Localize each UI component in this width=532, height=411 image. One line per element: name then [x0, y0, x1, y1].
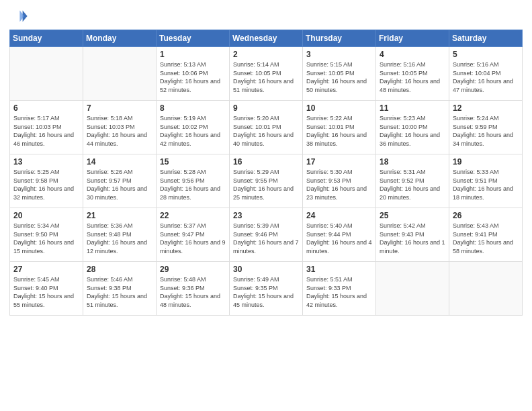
day-cell: 1Sunrise: 5:13 AMSunset: 10:06 PMDayligh…: [157, 47, 230, 101]
day-info: Sunrise: 5:23 AMSunset: 10:00 PMDaylight…: [380, 114, 445, 148]
day-number: 27: [13, 265, 79, 274]
day-cell: 14Sunrise: 5:26 AMSunset: 9:57 PMDayligh…: [83, 154, 157, 208]
logo: [9, 7, 30, 26]
day-cell: 11Sunrise: 5:23 AMSunset: 10:00 PMDaylig…: [376, 101, 449, 154]
day-number: 3: [306, 50, 372, 59]
day-number: 4: [380, 50, 445, 59]
day-info: Sunrise: 5:31 AMSunset: 9:52 PMDaylight:…: [380, 168, 445, 201]
day-number: 21: [87, 211, 152, 220]
day-info: Sunrise: 5:33 AMSunset: 9:51 PMDaylight:…: [453, 168, 519, 201]
day-info: Sunrise: 5:28 AMSunset: 9:56 PMDaylight:…: [160, 168, 226, 201]
day-cell: 4Sunrise: 5:16 AMSunset: 10:05 PMDayligh…: [376, 47, 449, 101]
day-number: 19: [453, 157, 519, 167]
weekday-header-friday: Friday: [376, 30, 449, 47]
day-number: 5: [453, 50, 519, 59]
day-info: Sunrise: 5:40 AMSunset: 9:44 PMDaylight:…: [306, 222, 372, 255]
day-number: 23: [233, 211, 299, 220]
day-cell: 8Sunrise: 5:19 AMSunset: 10:02 PMDayligh…: [157, 101, 230, 154]
day-cell: [83, 47, 157, 101]
day-cell: 13Sunrise: 5:25 AMSunset: 9:58 PMDayligh…: [10, 154, 83, 208]
week-row-4: 20Sunrise: 5:34 AMSunset: 9:50 PMDayligh…: [10, 208, 523, 262]
day-number: 15: [160, 157, 226, 167]
day-cell: 28Sunrise: 5:46 AMSunset: 9:38 PMDayligh…: [83, 262, 157, 316]
day-cell: 9Sunrise: 5:20 AMSunset: 10:01 PMDayligh…: [230, 101, 303, 154]
day-cell: 5Sunrise: 5:16 AMSunset: 10:04 PMDayligh…: [449, 47, 523, 101]
day-cell: 27Sunrise: 5:45 AMSunset: 9:40 PMDayligh…: [10, 262, 83, 316]
day-info: Sunrise: 5:17 AMSunset: 10:03 PMDaylight…: [13, 114, 79, 148]
week-row-3: 13Sunrise: 5:25 AMSunset: 9:58 PMDayligh…: [10, 154, 523, 208]
day-number: 20: [13, 211, 79, 220]
day-number: 17: [306, 157, 372, 167]
weekday-header-row: SundayMondayTuesdayWednesdayThursdayFrid…: [10, 30, 523, 47]
day-cell: 17Sunrise: 5:30 AMSunset: 9:53 PMDayligh…: [303, 154, 376, 208]
day-info: Sunrise: 5:48 AMSunset: 9:36 PMDaylight:…: [160, 275, 226, 309]
day-info: Sunrise: 5:19 AMSunset: 10:02 PMDaylight…: [160, 114, 226, 148]
page: SundayMondayTuesdayWednesdayThursdayFrid…: [0, 0, 532, 411]
day-cell: 29Sunrise: 5:48 AMSunset: 9:36 PMDayligh…: [157, 262, 230, 316]
day-number: 26: [453, 211, 519, 220]
day-info: Sunrise: 5:18 AMSunset: 10:03 PMDaylight…: [87, 114, 152, 148]
day-number: 28: [87, 265, 152, 274]
day-cell: 16Sunrise: 5:29 AMSunset: 9:55 PMDayligh…: [230, 154, 303, 208]
day-cell: 6Sunrise: 5:17 AMSunset: 10:03 PMDayligh…: [10, 101, 83, 154]
day-cell: 25Sunrise: 5:42 AMSunset: 9:43 PMDayligh…: [376, 208, 449, 262]
day-info: Sunrise: 5:37 AMSunset: 9:47 PMDaylight:…: [160, 222, 226, 255]
weekday-header-thursday: Thursday: [303, 30, 376, 47]
day-number: 9: [233, 103, 299, 113]
day-cell: 7Sunrise: 5:18 AMSunset: 10:03 PMDayligh…: [83, 101, 157, 154]
day-info: Sunrise: 5:49 AMSunset: 9:35 PMDaylight:…: [233, 275, 299, 309]
day-info: Sunrise: 5:22 AMSunset: 10:01 PMDaylight…: [306, 114, 372, 148]
day-cell: 31Sunrise: 5:51 AMSunset: 9:33 PMDayligh…: [303, 262, 376, 316]
weekday-header-saturday: Saturday: [449, 30, 523, 47]
day-number: 6: [13, 103, 79, 113]
day-info: Sunrise: 5:42 AMSunset: 9:43 PMDaylight:…: [380, 222, 445, 255]
day-number: 16: [233, 157, 299, 167]
day-cell: 3Sunrise: 5:15 AMSunset: 10:05 PMDayligh…: [303, 47, 376, 101]
day-info: Sunrise: 5:51 AMSunset: 9:33 PMDaylight:…: [306, 275, 372, 309]
day-cell: 2Sunrise: 5:14 AMSunset: 10:05 PMDayligh…: [230, 47, 303, 101]
day-number: 12: [453, 103, 519, 113]
day-number: 11: [380, 103, 445, 113]
day-cell: 12Sunrise: 5:24 AMSunset: 9:59 PMDayligh…: [449, 101, 523, 154]
day-cell: 24Sunrise: 5:40 AMSunset: 9:44 PMDayligh…: [303, 208, 376, 262]
day-cell: [10, 47, 83, 101]
day-number: 25: [380, 211, 445, 220]
day-number: 31: [306, 265, 372, 274]
day-info: Sunrise: 5:16 AMSunset: 10:04 PMDaylight…: [453, 60, 519, 94]
day-number: 7: [87, 103, 152, 113]
day-info: Sunrise: 5:46 AMSunset: 9:38 PMDaylight:…: [87, 275, 152, 309]
day-info: Sunrise: 5:16 AMSunset: 10:05 PMDaylight…: [380, 60, 445, 94]
day-info: Sunrise: 5:29 AMSunset: 9:55 PMDaylight:…: [233, 168, 299, 201]
day-number: 14: [87, 157, 152, 167]
day-info: Sunrise: 5:45 AMSunset: 9:40 PMDaylight:…: [13, 275, 79, 309]
day-number: 2: [233, 50, 299, 59]
weekday-header-monday: Monday: [83, 30, 157, 47]
day-cell: 22Sunrise: 5:37 AMSunset: 9:47 PMDayligh…: [157, 208, 230, 262]
week-row-2: 6Sunrise: 5:17 AMSunset: 10:03 PMDayligh…: [10, 101, 523, 154]
day-info: Sunrise: 5:25 AMSunset: 9:58 PMDaylight:…: [13, 168, 79, 201]
logo-icon: [9, 7, 28, 26]
day-info: Sunrise: 5:36 AMSunset: 9:48 PMDaylight:…: [87, 222, 152, 255]
day-cell: 10Sunrise: 5:22 AMSunset: 10:01 PMDaylig…: [303, 101, 376, 154]
day-info: Sunrise: 5:30 AMSunset: 9:53 PMDaylight:…: [306, 168, 372, 201]
day-info: Sunrise: 5:15 AMSunset: 10:05 PMDaylight…: [306, 60, 372, 94]
weekday-header-wednesday: Wednesday: [230, 30, 303, 47]
day-number: 22: [160, 211, 226, 220]
day-info: Sunrise: 5:14 AMSunset: 10:05 PMDaylight…: [233, 60, 299, 94]
day-number: 13: [13, 157, 79, 167]
weekday-header-tuesday: Tuesday: [157, 30, 230, 47]
day-number: 29: [160, 265, 226, 274]
header: [9, 7, 523, 26]
day-cell: 20Sunrise: 5:34 AMSunset: 9:50 PMDayligh…: [10, 208, 83, 262]
day-info: Sunrise: 5:39 AMSunset: 9:46 PMDaylight:…: [233, 222, 299, 255]
day-cell: 30Sunrise: 5:49 AMSunset: 9:35 PMDayligh…: [230, 262, 303, 316]
day-info: Sunrise: 5:43 AMSunset: 9:41 PMDaylight:…: [453, 222, 519, 255]
day-info: Sunrise: 5:13 AMSunset: 10:06 PMDaylight…: [160, 60, 226, 94]
day-cell: 26Sunrise: 5:43 AMSunset: 9:41 PMDayligh…: [449, 208, 523, 262]
week-row-5: 27Sunrise: 5:45 AMSunset: 9:40 PMDayligh…: [10, 262, 523, 316]
day-info: Sunrise: 5:26 AMSunset: 9:57 PMDaylight:…: [87, 168, 152, 201]
day-cell: 15Sunrise: 5:28 AMSunset: 9:56 PMDayligh…: [157, 154, 230, 208]
day-info: Sunrise: 5:34 AMSunset: 9:50 PMDaylight:…: [13, 222, 79, 255]
day-number: 8: [160, 103, 226, 113]
day-number: 18: [380, 157, 445, 167]
